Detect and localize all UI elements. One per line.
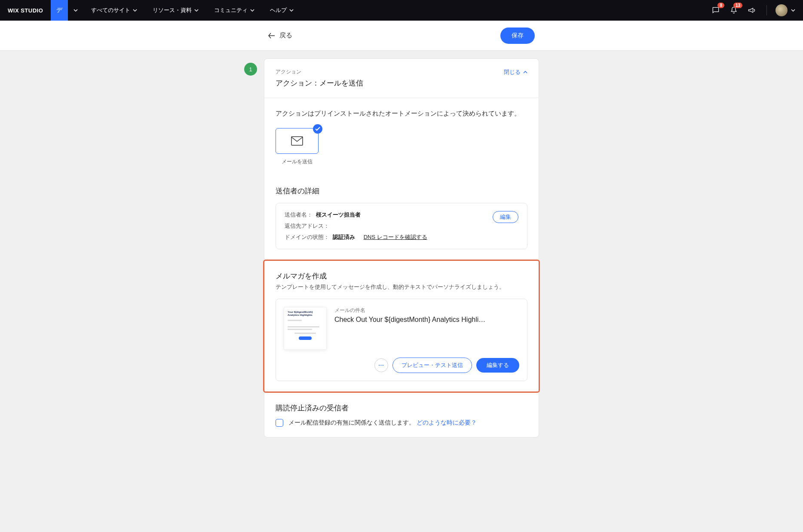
sender-title: 送信者の詳細	[276, 186, 527, 196]
collapse-label: 閉じる	[504, 68, 521, 76]
topbar: WIX STUDIO デ すべてのサイト リソース・資料 コミュニティ ヘルプ …	[0, 0, 803, 21]
back-label: 戻る	[279, 31, 292, 40]
back-button[interactable]: 戻る	[268, 31, 292, 40]
dns-link[interactable]: DNS レコードを確認する	[364, 233, 427, 241]
unsub-checkbox[interactable]	[276, 419, 283, 427]
thumb-title: Your ${digestMonth} Analytics Highlights	[288, 311, 323, 317]
sender-box: 送信者名： 桜スイーツ担当者 返信先アドレス： ドメインの状態： 認証済み DN…	[276, 203, 527, 249]
reply-address-label: 返信先アドレス：	[285, 222, 329, 230]
bell-icon-button[interactable]: 13	[728, 4, 740, 16]
domain-state-label: ドメインの状態：	[285, 233, 329, 241]
domain-state-value: 認証済み	[333, 233, 355, 241]
logo-light: STUDIO	[21, 7, 43, 14]
nav-label: リソース・資料	[153, 6, 192, 14]
compose-title: メルマガを作成	[276, 271, 527, 281]
sender-section: 送信者の詳細 送信者名： 桜スイーツ担当者 返信先アドレス： ドメインの状態：	[264, 176, 539, 260]
more-actions-button[interactable]: ···	[374, 358, 388, 372]
megaphone-icon	[748, 6, 756, 15]
unsub-section: 購読停止済みの受信者 メール配信登録の有無に関係なく送信します。 どのような時に…	[264, 393, 539, 437]
unsub-checkbox-label: メール配信登録の有無に関係なく送信します。	[288, 419, 415, 426]
check-icon	[315, 127, 320, 131]
logo-strong: WIX	[8, 7, 19, 14]
edit-sender-button[interactable]: 編集	[493, 211, 518, 223]
chevron-up-icon	[523, 71, 527, 73]
action-tile[interactable]: メールを送信	[276, 128, 319, 165]
thumb-cta	[299, 336, 312, 340]
logo[interactable]: WIX STUDIO	[0, 7, 51, 14]
nav-label: すべてのサイト	[91, 6, 130, 14]
nav-community[interactable]: コミュニティ	[206, 0, 262, 21]
megaphone-icon-button[interactable]	[746, 4, 758, 16]
bell-badge: 13	[733, 3, 742, 8]
compose-section-highlight: メルマガを作成 テンプレートを使用してメッセージを作成し、動的テキストでパーソナ…	[263, 260, 540, 393]
save-button[interactable]: 保存	[500, 28, 535, 44]
svg-rect-0	[291, 137, 303, 145]
chat-icon-button[interactable]: 8	[710, 4, 722, 16]
edit-email-button[interactable]: 編集する	[476, 358, 519, 373]
avatar	[775, 4, 788, 16]
action-eyebrow: アクション	[276, 68, 363, 76]
divider	[766, 5, 767, 15]
account-menu[interactable]	[775, 4, 795, 16]
sender-name-value: 桜スイーツ担当者	[316, 211, 361, 219]
action-card: アクション アクション：メールを送信 閉じる アクションはプリインストールされた…	[264, 58, 539, 437]
chevron-down-icon	[133, 9, 137, 12]
top-icons: 8 13	[710, 4, 803, 16]
compose-subtitle: テンプレートを使用してメッセージを作成し、動的テキストでパーソナライズしましょう…	[276, 283, 527, 292]
site-switcher-pill[interactable]: デ	[51, 0, 68, 21]
chevron-down-icon	[791, 9, 795, 12]
email-card: Your ${digestMonth} Analytics Highlights	[276, 299, 527, 381]
step-badge: 1	[244, 63, 257, 76]
email-thumbnail[interactable]: Your ${digestMonth} Analytics Highlights	[284, 307, 327, 350]
nav-label: コミュニティ	[214, 6, 248, 14]
chevron-down-icon	[74, 9, 78, 12]
nav-resources[interactable]: リソース・資料	[145, 0, 206, 21]
arrow-left-icon	[268, 33, 275, 39]
nav-all-sites[interactable]: すべてのサイト	[83, 0, 145, 21]
unsub-help-link[interactable]: どのような時に必要？	[417, 419, 477, 426]
subject-value: Check Out Your ${digestMonth} Analytics …	[334, 316, 519, 324]
chevron-down-icon	[289, 9, 294, 12]
chevron-down-icon	[194, 9, 199, 12]
check-badge	[313, 124, 322, 134]
action-tile-label: メールを送信	[276, 158, 319, 165]
unsub-title: 購読停止済みの受信者	[276, 403, 527, 413]
site-switcher-caret[interactable]	[68, 0, 83, 21]
action-description: アクションはプリインストールされたオートメーションによって決められています。	[276, 108, 527, 119]
nav-help[interactable]: ヘルプ	[262, 0, 301, 21]
subbar: 戻る 保存	[0, 21, 803, 51]
subject-label: メールの件名	[334, 307, 519, 314]
collapse-link[interactable]: 閉じる	[504, 68, 527, 76]
chevron-down-icon	[250, 9, 254, 12]
preview-test-button[interactable]: プレビュー・テスト送信	[392, 358, 472, 373]
nav-label: ヘルプ	[270, 6, 287, 14]
sender-name-label: 送信者名：	[285, 211, 313, 219]
envelope-icon	[291, 136, 303, 146]
chat-badge: 8	[717, 3, 724, 8]
action-title: アクション：メールを送信	[276, 78, 363, 88]
